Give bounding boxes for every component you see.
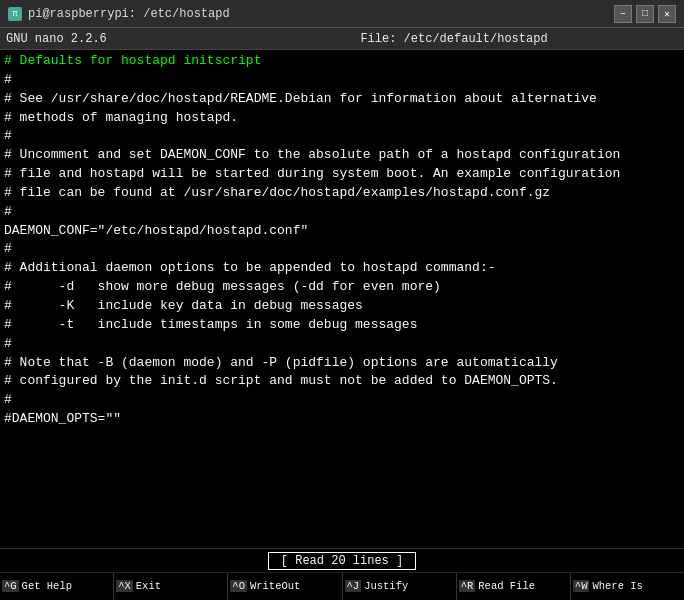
shortcut-key: ^R <box>459 580 476 592</box>
shortcuts-bar: ^G Get Help ^X Exit ^O WriteOut ^J Justi… <box>0 572 684 600</box>
window-title: pi@raspberrypi: /etc/hostapd <box>28 7 230 21</box>
editor-line: # Defaults for hostapd initscript <box>4 52 680 71</box>
shortcut-item[interactable]: ^W Where Is <box>571 573 684 599</box>
window-controls: – □ ✕ <box>614 5 676 23</box>
shortcut-label: WriteOut <box>250 580 300 592</box>
editor-line: # Note that -B (daemon mode) and -P (pid… <box>4 354 680 373</box>
editor-line: # <box>4 71 680 90</box>
editor-line: # -K include key data in debug messages <box>4 297 680 316</box>
minimize-button[interactable]: – <box>614 5 632 23</box>
shortcut-item[interactable]: ^X Exit <box>114 573 228 599</box>
editor-line: DAEMON_CONF="/etc/hostapd/hostapd.conf" <box>4 222 680 241</box>
shortcut-label: Where Is <box>592 580 642 592</box>
shortcut-label: Read File <box>478 580 535 592</box>
editor-line: # Additional daemon options to be append… <box>4 259 680 278</box>
editor-line: # Uncomment and set DAEMON_CONF to the a… <box>4 146 680 165</box>
nano-version: GNU nano 2.2.6 <box>6 32 230 46</box>
shortcut-key: ^X <box>116 580 133 592</box>
editor-line: #DAEMON_OPTS="" <box>4 410 680 429</box>
titlebar-left: π pi@raspberrypi: /etc/hostapd <box>8 7 230 21</box>
editor-line: # <box>4 203 680 222</box>
shortcut-item[interactable]: ^G Get Help <box>0 573 114 599</box>
shortcut-label: Get Help <box>22 580 72 592</box>
editor-line: # <box>4 335 680 354</box>
shortcut-key: ^O <box>230 580 247 592</box>
pi-symbol: π <box>12 9 17 19</box>
file-path: File: /etc/default/hostapd <box>230 32 678 46</box>
editor-line: # -d show more debug messages (-dd for e… <box>4 278 680 297</box>
shortcut-item[interactable]: ^O WriteOut <box>228 573 342 599</box>
editor-area[interactable]: # Defaults for hostapd initscript## See … <box>0 50 684 548</box>
editor-line: # <box>4 240 680 259</box>
editor-line: # <box>4 127 680 146</box>
status-label: [ Read 20 lines ] <box>268 552 416 570</box>
shortcut-label: Exit <box>136 580 161 592</box>
editor-line: # file and hostapd will be started durin… <box>4 165 680 184</box>
editor-line: # <box>4 391 680 410</box>
close-button[interactable]: ✕ <box>658 5 676 23</box>
menubar: GNU nano 2.2.6 File: /etc/default/hostap… <box>0 28 684 50</box>
shortcut-label: Justify <box>364 580 408 592</box>
shortcut-item[interactable]: ^J Justify <box>343 573 457 599</box>
maximize-button[interactable]: □ <box>636 5 654 23</box>
shortcut-key: ^J <box>345 580 362 592</box>
shortcut-key: ^W <box>573 580 590 592</box>
editor-line: # -t include timestamps in some debug me… <box>4 316 680 335</box>
editor-line: # configured by the init.d script and mu… <box>4 372 680 391</box>
titlebar: π pi@raspberrypi: /etc/hostapd – □ ✕ <box>0 0 684 28</box>
shortcut-item[interactable]: ^R Read File <box>457 573 571 599</box>
editor-line: # file can be found at /usr/share/doc/ho… <box>4 184 680 203</box>
editor-line: # methods of managing hostapd. <box>4 109 680 128</box>
editor-line: # See /usr/share/doc/hostapd/README.Debi… <box>4 90 680 109</box>
status-bar: [ Read 20 lines ] <box>0 548 684 572</box>
terminal-icon: π <box>8 7 22 21</box>
shortcut-key: ^G <box>2 580 19 592</box>
